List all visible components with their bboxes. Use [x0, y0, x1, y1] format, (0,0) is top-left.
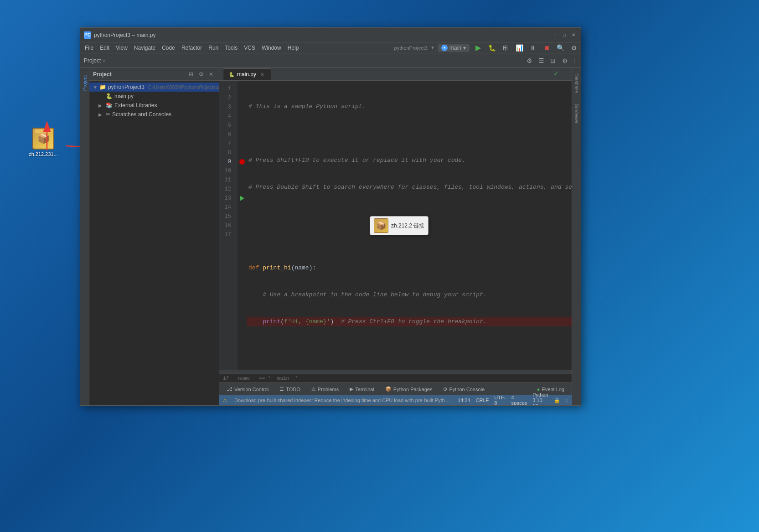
settings-button[interactable]: ⚙	[569, 43, 579, 53]
code-area[interactable]: 1 2 3 4 5 6 7 8 9 10 11 12 13 14 15 16 1	[219, 81, 572, 370]
breadcrumb-sep: ▾	[103, 57, 105, 64]
line-num-5: 5	[219, 121, 235, 130]
run-config-dropdown: ▾	[463, 45, 466, 51]
event-log-icon: ●	[537, 387, 540, 392]
project-root-item[interactable]: ▼ 📁 pythonProject3 C:\Users\52039\Pychar…	[89, 83, 219, 92]
run-marker[interactable]	[240, 196, 244, 201]
status-line-ending[interactable]: CRLF	[476, 398, 489, 403]
pause-button[interactable]: ⏸	[528, 43, 538, 53]
tab-icon-mainpy: 🐍	[229, 72, 234, 77]
line-num-2: 2	[219, 93, 235, 103]
menu-refactor[interactable]: Refactor	[179, 44, 205, 52]
filter-button[interactable]: ⊟	[548, 56, 558, 66]
python-file-icon: 🐍	[106, 93, 113, 99]
project-folder-icon: 📁	[99, 84, 106, 90]
settings-icon-button[interactable]: ⚙	[524, 56, 534, 66]
bottom-tab-python-packages[interactable]: 📦 Python Packages	[382, 385, 436, 393]
menu-code[interactable]: Code	[159, 44, 178, 52]
menu-help[interactable]: Help	[285, 44, 302, 52]
run-config[interactable]: ● main ▾	[438, 44, 470, 52]
status-encoding[interactable]: UTF-8	[494, 395, 506, 405]
line-num-14: 14	[219, 203, 235, 212]
code-bottom-status: if __name__ == '__main__'	[219, 373, 572, 382]
run-button[interactable]: ▶	[473, 43, 483, 53]
bottom-tab-terminal[interactable]: ▶ Terminal	[346, 385, 378, 393]
code-line-8: # Use a breakpoint in the code line belo…	[247, 290, 572, 300]
search-everywhere-button[interactable]: 🔍	[555, 43, 565, 53]
status-indent[interactable]: 4 spaces	[511, 395, 527, 405]
title-bar: PC pythonProject3 – main.py − □ ✕	[80, 28, 581, 42]
list-view-button[interactable]: ☰	[536, 56, 546, 66]
tree-item-external-libs[interactable]: ▶ 📚 External Libraries	[89, 101, 219, 110]
code-line-3: # Press Shift+F10 to execute it or repla…	[247, 156, 572, 165]
close-button[interactable]: ✕	[570, 31, 577, 39]
bottom-tab-terminal-label: Terminal	[355, 387, 374, 392]
line-num-7: 7	[219, 139, 235, 148]
tree-item-scratches[interactable]: ▶ ✏ Scratches and Consoles	[89, 110, 219, 119]
desktop-icon[interactable]: 📦 zh.212.231...	[25, 128, 62, 157]
tree-item-mainpy[interactable]: 🐍 main.py	[89, 92, 219, 101]
bottom-tab-todo[interactable]: ☰ TODO	[276, 385, 304, 393]
tooltip-text: zh.212.2 链接	[391, 222, 424, 230]
secondary-toolbar: Project ▾ ⚙ ☰ ⊟ ⚙ |	[80, 53, 581, 68]
bottom-tab-event-log-label: Event Log	[542, 387, 564, 392]
gutter-9[interactable]	[238, 157, 247, 166]
status-python-version[interactable]: Python 3.10 (3)	[532, 392, 548, 405]
bottom-tab-version-control[interactable]: ⎇ Version Control	[223, 385, 272, 393]
tree-item-mainpy-label: main.py	[114, 93, 134, 99]
menu-view[interactable]: View	[113, 44, 130, 52]
horizontal-scrollbar[interactable]	[219, 370, 572, 373]
menu-edit[interactable]: Edit	[97, 44, 112, 52]
tab-label-mainpy: main.py	[237, 71, 256, 77]
title-bar-controls: − □ ✕	[552, 31, 577, 39]
status-position[interactable]: 14:24	[458, 398, 470, 403]
maximize-button[interactable]: □	[561, 31, 568, 39]
breakpoint-marker[interactable]	[239, 159, 245, 165]
line-num-16: 16	[219, 221, 235, 230]
line-num-11: 11	[219, 176, 235, 185]
debug-button[interactable]: 🐛	[487, 43, 497, 53]
stop-button[interactable]: ⏹	[542, 43, 552, 53]
line-num-12: 12	[219, 185, 235, 194]
soviewer-sidebar-btn[interactable]: SoViewer	[573, 100, 580, 127]
coverage-button[interactable]: ⛨	[501, 43, 511, 53]
menu-tools[interactable]: Tools	[222, 44, 240, 52]
gutter-14	[238, 203, 247, 212]
todo-icon: ☰	[279, 386, 284, 392]
tooltip-popup: 📦 zh.212.2 链接	[370, 216, 429, 235]
scratches-icon: ✏	[106, 111, 110, 118]
menu-file[interactable]: File	[82, 44, 96, 52]
vertical-sidebar-label: Project	[80, 68, 89, 405]
gutter-4	[238, 112, 247, 121]
tree-chevron-root: ▼	[93, 85, 98, 90]
panel-close-button[interactable]: ✕	[207, 70, 215, 78]
gutter-3	[238, 103, 247, 112]
tab-mainpy[interactable]: 🐍 main.py ✕	[223, 68, 271, 80]
menu-navigate[interactable]: Navigate	[131, 44, 158, 52]
menu-run[interactable]: Run	[206, 44, 221, 52]
python-console-icon: ⊕	[443, 386, 447, 392]
gear-button[interactable]: ⚙	[560, 56, 570, 66]
profile-button[interactable]: 📊	[514, 43, 524, 53]
menu-window[interactable]: Window	[259, 44, 284, 52]
bottom-tab-problems-label: Problems	[318, 387, 339, 392]
tab-close-mainpy[interactable]: ✕	[259, 71, 265, 77]
project-panel-header: Project ⊟ ⚙ ✕	[89, 68, 219, 81]
line-num-17: 17	[219, 230, 235, 239]
bottom-tab-python-console-label: Python Console	[449, 387, 485, 392]
database-sidebar-btn[interactable]: Database	[573, 70, 580, 97]
collapse-all-button[interactable]: ⊟	[187, 70, 195, 78]
line-num-3: 3	[219, 103, 235, 112]
bottom-tab-problems[interactable]: ⚠ Problems	[308, 385, 342, 393]
line-num-15: 15	[219, 212, 235, 221]
pycharm-icon: PC	[84, 31, 91, 39]
gutter-10	[238, 166, 247, 176]
panel-settings-button[interactable]: ⚙	[197, 70, 205, 78]
line-num-9: 9	[219, 157, 235, 166]
code-line-9: print(f'Hi, {name}') # Press Ctrl+F8 to …	[247, 317, 572, 326]
minimize-button[interactable]: −	[552, 31, 559, 39]
ide-window: PC pythonProject3 – main.py − □ ✕ File E…	[80, 27, 581, 406]
gutter-13[interactable]	[238, 194, 247, 203]
project-sidebar-label[interactable]: Project	[81, 72, 88, 94]
menu-vcs[interactable]: VCS	[241, 44, 258, 52]
